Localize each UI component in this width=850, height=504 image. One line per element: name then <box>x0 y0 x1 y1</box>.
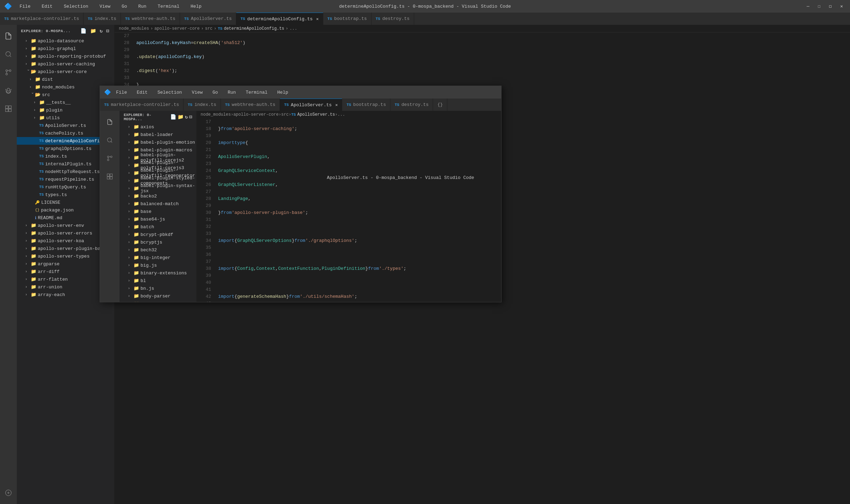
overlay-tree-item-binary-extensions[interactable]: › 📁 binary-extensions <box>120 269 196 277</box>
overlay-tab-destroy[interactable]: TS destroy.ts <box>390 99 433 111</box>
overlay-menu-terminal[interactable]: Terminal <box>244 89 269 96</box>
window-controls[interactable]: ─ ☐ ◻ ✕ <box>804 2 846 10</box>
overlay-menu-go[interactable]: Go <box>210 89 220 96</box>
extensions-icon[interactable] <box>0 100 17 117</box>
overlay-tree-item-balanced-match[interactable]: › 📁 balanced-match <box>120 200 196 208</box>
tree-arrow-icon: › <box>25 231 31 235</box>
tab-apolloserver[interactable]: TS ApolloServer.ts <box>180 13 236 25</box>
overlay-tab-bootstrap[interactable]: TS bootstrap.ts <box>342 99 390 111</box>
overlay-files-icon[interactable] <box>101 114 118 130</box>
overlay-tab-index[interactable]: TS index.ts <box>183 99 221 111</box>
menu-terminal[interactable]: Terminal <box>156 3 181 10</box>
tree-item-dist[interactable]: › 📁 dist <box>17 75 114 83</box>
overlay-menu-help[interactable]: Help <box>275 89 290 96</box>
tab-close-icon[interactable]: ✕ <box>316 16 319 22</box>
overlay-tab-json[interactable]: {} <box>433 99 447 111</box>
overlay-tree-item-bonjour[interactable]: › 📁 bonjour-service <box>120 300 196 302</box>
tree-item-label: apollo-datasource <box>38 38 84 44</box>
menu-run[interactable]: Run <box>136 3 148 10</box>
overlay-new-file-icon[interactable]: 📄 <box>170 114 176 120</box>
files-icon[interactable] <box>0 28 17 44</box>
overlay-menu-bar[interactable]: File Edit Selection View Go Run Terminal… <box>114 89 290 96</box>
source-control-icon[interactable] <box>0 64 17 81</box>
overlay-tree-item-bnjs[interactable]: › 📁 bn.js <box>120 285 196 292</box>
overlay-tree-item-body-parser[interactable]: › 📁 body-parser <box>120 292 196 300</box>
tree-item-apollo-datasource[interactable]: › 📁 apollo-datasource <box>17 37 114 45</box>
overlay-tab-marketplace[interactable]: TS marketplace-controller.ts <box>100 99 183 111</box>
tree-item-apollo-server-caching[interactable]: › 📁 apollo-server-caching <box>17 60 114 68</box>
overlay-tree-item-axios[interactable]: › 📁 axios <box>120 123 196 131</box>
tab-webthree-auth[interactable]: TS webthree-auth.ts <box>121 13 180 25</box>
overlay-tab-webthree[interactable]: TS webthree-auth.ts <box>221 99 280 111</box>
tab-index[interactable]: TS index.ts <box>84 13 121 25</box>
overlay-menu-selection[interactable]: Selection <box>155 89 184 96</box>
svg-point-4 <box>9 70 11 72</box>
overlay-tree-item-bl[interactable]: › 📁 bl <box>120 277 196 285</box>
overlay-menu-view[interactable]: View <box>190 89 205 96</box>
overlay-code-line-19: ApolloServerPlugin, <box>218 153 497 160</box>
tab-determineApolloConfig[interactable]: TS determineApolloConfig.ts ✕ <box>236 13 323 25</box>
overlay-code-area[interactable]: 1718192021 2223242526 2728293031 3233343… <box>196 118 501 302</box>
overlay-tab-close-icon[interactable]: ✕ <box>335 102 338 108</box>
folder-icon: 📁 <box>31 223 36 228</box>
new-folder-icon[interactable]: 📁 <box>89 27 97 35</box>
remote-icon[interactable] <box>0 484 17 501</box>
overlay-tree-item-big-integer[interactable]: › 📁 big-integer <box>120 254 196 261</box>
overlay-tab-apolloserver[interactable]: TS ApolloServer.ts ✕ <box>280 99 342 111</box>
menu-bar[interactable]: File Edit Selection View Go Run Terminal… <box>17 3 204 10</box>
tab-destroy[interactable]: TS destroy.ts <box>372 13 414 25</box>
overlay-new-folder-icon[interactable]: 📁 <box>178 114 183 120</box>
new-file-icon[interactable]: 📄 <box>80 27 87 35</box>
menu-help[interactable]: Help <box>188 3 203 10</box>
tree-item-label: apollo-server-core <box>38 69 87 74</box>
menu-selection[interactable]: Selection <box>62 3 90 10</box>
overlay-tree-item-babel-plugin-emotion[interactable]: › 📁 babel-plugin-emotion <box>120 138 196 146</box>
overlay-menu-file[interactable]: File <box>114 89 129 96</box>
tab-marketplace-controller[interactable]: TS marketplace-controller.ts <box>0 13 84 25</box>
tree-arrow-icon: › <box>128 179 134 183</box>
menu-edit[interactable]: Edit <box>39 3 55 10</box>
overlay-tree-item-base[interactable]: › 📁 base <box>120 208 196 215</box>
tree-arrow-icon: › <box>25 285 31 289</box>
overlay-tree-item-babel-plugin-syntax[interactable]: › 📁 babel-plugin-syntax-jsx <box>120 185 196 192</box>
folder-icon: 📁 <box>134 262 139 268</box>
tree-item-apollo-reporting-protobuf[interactable]: › 📁 apollo-reporting-protobuf <box>17 52 114 60</box>
tree-item-apollo-graphql[interactable]: › 📁 apollo-graphql <box>17 45 114 52</box>
overlay-tree-item-bigjs[interactable]: › 📁 big.js <box>120 261 196 269</box>
sidebar-toggle-button[interactable]: ◻ <box>826 2 835 10</box>
tree-item-label: plugin <box>46 108 63 113</box>
refresh-icon[interactable]: ↻ <box>99 27 103 35</box>
search-icon[interactable] <box>0 46 17 63</box>
overlay-menu-edit[interactable]: Edit <box>135 89 150 96</box>
minimize-button[interactable]: ─ <box>804 2 812 10</box>
overlay-menu-run[interactable]: Run <box>225 89 238 96</box>
menu-view[interactable]: View <box>98 3 113 10</box>
menu-go[interactable]: Go <box>120 3 129 10</box>
close-button[interactable]: ✕ <box>837 2 846 10</box>
overlay-tree-item-babel-loader[interactable]: › 📁 babel-loader <box>120 131 196 138</box>
overlay-tree-item-bcryptjs[interactable]: › 📁 bcryptjs <box>120 238 196 246</box>
collapse-all-icon[interactable]: ⊟ <box>106 27 110 35</box>
tree-arrow-icon: › <box>128 148 134 152</box>
maximize-button[interactable]: ☐ <box>815 2 823 10</box>
overlay-refresh-icon[interactable]: ↻ <box>185 114 188 120</box>
overlay-tree-item-base64js[interactable]: › 📁 base64-js <box>120 215 196 223</box>
overlay-tree-item-bcrypt-pbkdf[interactable]: › 📁 bcrypt-pbkdf <box>120 231 196 238</box>
overlay-search-icon[interactable] <box>101 132 118 149</box>
overlay-source-control-icon[interactable] <box>101 150 118 167</box>
overlay-extensions-icon[interactable] <box>101 168 118 185</box>
debug-icon[interactable] <box>0 82 17 99</box>
tree-item-label: src <box>42 92 50 98</box>
folder-icon: 📁 <box>31 269 36 274</box>
overlay-code-content[interactable]: } from 'apollo-server-caching'; import t… <box>214 118 501 302</box>
overlay-tree-item-batch[interactable]: › 📁 batch <box>120 223 196 231</box>
overlay-tree-item-bech32[interactable]: › 📁 bech32 <box>120 246 196 254</box>
tree-arrow-icon: › <box>128 287 134 290</box>
menu-file[interactable]: File <box>17 3 33 10</box>
tab-bootstrap[interactable]: TS bootstrap.ts <box>323 13 372 25</box>
overlay-collapse-icon[interactable]: ⊟ <box>189 114 192 120</box>
overlay-explorer-title: EXPLORER: 0-MOSPA... <box>124 113 167 121</box>
ts-file-icon: TS <box>39 131 44 135</box>
tree-item-apollo-server-core[interactable]: › 📂 apollo-server-core <box>17 68 114 75</box>
tree-item-label: ApolloServer.ts <box>45 123 86 128</box>
